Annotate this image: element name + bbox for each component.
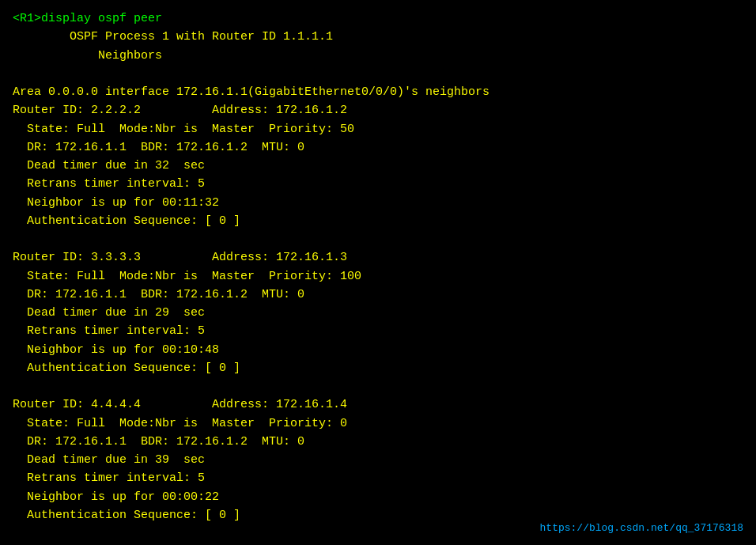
terminal-window: <R1>display ospf peer OSPF Process 1 wit… <box>0 0 756 545</box>
router1-retrans: Retrans timer interval: 5 <box>13 175 743 193</box>
router1-state: State: Full Mode:Nbr is Master Priority:… <box>13 120 743 138</box>
router1-dr: DR: 172.16.1.1 BDR: 172.16.1.2 MTU: 0 <box>13 138 743 157</box>
router2-neighbor-up: Neighbor is up for 00:10:48 <box>13 341 743 359</box>
router3-neighbor-up: Neighbor is up for 00:00:22 <box>13 488 743 506</box>
router3-retrans: Retrans timer interval: 5 <box>13 469 743 487</box>
blank-2 <box>13 230 743 248</box>
router1-dead: Dead timer due in 32 sec <box>13 157 743 175</box>
router2-state: State: Full Mode:Nbr is Master Priority:… <box>13 267 743 286</box>
router2-dr: DR: 172.16.1.1 BDR: 172.16.1.2 MTU: 0 <box>13 286 743 304</box>
router2-id: Router ID: 3.3.3.3 Address: 172.16.1.3 <box>13 248 743 267</box>
prompt-line: <R1>display ospf peer <box>13 9 743 28</box>
header-neighbors: Neighbors <box>13 47 743 65</box>
router3-dr: DR: 172.16.1.1 BDR: 172.16.1.2 MTU: 0 <box>13 433 743 451</box>
watermark: https://blog.csdn.net/qq_37176318 <box>540 522 743 534</box>
router1-id: Router ID: 2.2.2.2 Address: 172.16.1.2 <box>13 101 743 119</box>
router3-id: Router ID: 4.4.4.4 Address: 172.16.1.4 <box>13 396 743 414</box>
header-process: OSPF Process 1 with Router ID 1.1.1.1 <box>13 28 743 46</box>
blank-3 <box>13 377 743 396</box>
router2-retrans: Retrans timer interval: 5 <box>13 322 743 340</box>
router3-dead: Dead timer due in 39 sec <box>13 451 743 469</box>
router2-auth: Authentication Sequence: [ 0 ] <box>13 359 743 377</box>
router3-state: State: Full Mode:Nbr is Master Priority:… <box>13 414 743 433</box>
router2-dead: Dead timer due in 29 sec <box>13 304 743 322</box>
router1-neighbor-up: Neighbor is up for 00:11:32 <box>13 194 743 212</box>
blank-1 <box>13 65 743 83</box>
area-line: Area 0.0.0.0 interface 172.16.1.1(Gigabi… <box>13 83 743 101</box>
router1-auth: Authentication Sequence: [ 0 ] <box>13 212 743 230</box>
